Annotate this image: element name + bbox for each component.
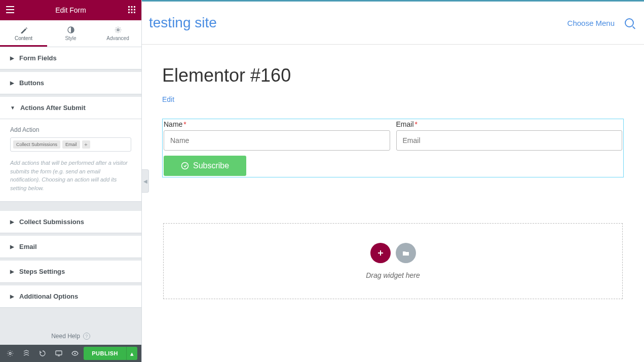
settings-icon[interactable] <box>2 345 18 362</box>
chevron-right-icon: ▶ <box>10 55 14 61</box>
name-label: Name* <box>164 120 390 128</box>
tab-advanced[interactable]: Advanced <box>94 20 141 47</box>
svg-point-11 <box>9 352 11 354</box>
svg-rect-1 <box>131 6 133 8</box>
actions-after-submit-content: Add Action Collect Submissions Email + A… <box>0 119 141 202</box>
section-additional-options[interactable]: ▶Additional Options <box>0 285 141 308</box>
menu-icon[interactable] <box>6 6 14 15</box>
need-help[interactable]: Need Help ? <box>0 328 141 345</box>
tab-style[interactable]: Style <box>47 20 94 47</box>
svg-rect-4 <box>131 9 133 10</box>
section-email[interactable]: ▶Email <box>0 236 141 258</box>
form-field-email: Email* <box>396 120 623 151</box>
action-tag[interactable]: Collect Submissions <box>13 140 60 149</box>
chevron-down-icon: ▼ <box>10 105 15 111</box>
section-form-fields[interactable]: ▶Form Fields <box>0 47 141 69</box>
help-icon: ? <box>83 333 90 340</box>
apps-icon[interactable] <box>128 6 135 15</box>
name-input[interactable] <box>164 130 390 151</box>
edit-link[interactable]: Edit <box>162 95 174 103</box>
email-input[interactable] <box>396 130 623 151</box>
svg-rect-2 <box>134 6 135 8</box>
tab-content[interactable]: Content <box>0 20 47 47</box>
svg-rect-6 <box>128 12 130 13</box>
subscribe-button[interactable]: Subscribe <box>164 156 246 176</box>
form-field-name: Name* <box>164 120 390 151</box>
navigator-icon[interactable] <box>18 345 34 362</box>
search-icon[interactable] <box>625 18 634 27</box>
site-header: testing site Choose Menu <box>142 2 644 45</box>
sidebar-header: Edit Form <box>0 0 141 20</box>
choose-menu-link[interactable]: Choose Menu <box>567 19 615 27</box>
svg-point-10 <box>117 29 119 31</box>
page-heading: Elementor #160 <box>162 65 624 86</box>
publish-button[interactable]: PUBLISH <box>84 347 126 360</box>
section-steps-settings[interactable]: ▶Steps Settings <box>0 261 141 283</box>
action-tag[interactable]: Email <box>62 140 80 149</box>
svg-rect-3 <box>128 9 130 10</box>
chevron-right-icon: ▶ <box>10 294 14 299</box>
add-action-label: Add Action <box>10 126 131 133</box>
footer-bar: PUBLISH ▴ <box>0 345 141 362</box>
section-actions-after-submit[interactable]: ▼Actions After Submit <box>0 97 141 119</box>
editor-sidebar: Edit Form Content Style Advanced ▶Form F… <box>0 0 142 362</box>
svg-point-13 <box>74 353 76 354</box>
site-title[interactable]: testing site <box>149 15 567 31</box>
section-buttons[interactable]: ▶Buttons <box>0 72 141 94</box>
add-action-help: Add actions that will be performed after… <box>10 159 131 192</box>
email-label: Email* <box>396 120 623 128</box>
history-icon[interactable] <box>34 345 51 362</box>
collapse-sidebar-handle[interactable]: ◀ <box>142 169 149 193</box>
panel-body: ▶Form Fields ▶Buttons ▼Actions After Sub… <box>0 47 141 328</box>
form-widget[interactable]: Name* Email* Subscribe <box>162 119 624 177</box>
svg-rect-12 <box>56 351 62 355</box>
editor-tabs: Content Style Advanced <box>0 20 141 47</box>
page-content: Elementor #160 Edit Name* Email* Subscri… <box>142 45 644 299</box>
chevron-right-icon: ▶ <box>10 244 14 249</box>
submit-icon <box>181 162 189 170</box>
publish-options[interactable]: ▴ <box>126 347 137 360</box>
chevron-right-icon: ▶ <box>10 80 14 86</box>
drop-zone-text: Drag widget here <box>366 271 420 279</box>
add-widget-button[interactable] <box>370 243 391 263</box>
svg-rect-5 <box>134 9 135 10</box>
add-action-plus[interactable]: + <box>82 140 90 149</box>
template-library-button[interactable] <box>396 243 416 263</box>
panel-title: Edit Form <box>55 6 86 14</box>
svg-rect-7 <box>131 12 133 13</box>
canvas: testing site Choose Menu Elementor #160 … <box>142 0 644 362</box>
svg-rect-0 <box>128 6 130 8</box>
add-action-input[interactable]: Collect Submissions Email + <box>10 137 131 152</box>
section-collect-submissions[interactable]: ▶Collect Submissions <box>0 211 141 233</box>
svg-rect-8 <box>134 12 135 13</box>
preview-icon[interactable] <box>67 345 83 362</box>
svg-point-14 <box>182 163 188 169</box>
chevron-right-icon: ▶ <box>10 269 14 274</box>
drop-zone[interactable]: Drag widget here <box>163 223 623 299</box>
chevron-right-icon: ▶ <box>10 219 14 225</box>
responsive-icon[interactable] <box>51 345 67 362</box>
